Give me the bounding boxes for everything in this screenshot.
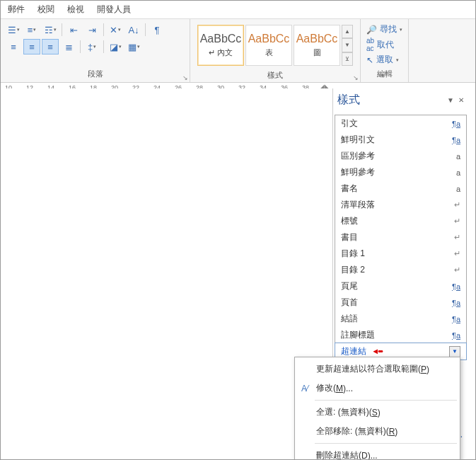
style-row[interactable]: 結語¶a: [335, 311, 466, 327]
style-row[interactable]: 標號↵: [335, 213, 466, 229]
increase-indent-icon[interactable]: ⇥: [83, 22, 100, 38]
find-button[interactable]: 🔎 尋找 ▾: [366, 23, 402, 35]
borders-icon[interactable]: ▦▾: [125, 39, 142, 54]
style-tile-figure[interactable]: AaBbCc 圖: [294, 25, 340, 66]
style-row[interactable]: 鮮明參考a: [335, 164, 466, 180]
ctx-modify[interactable]: A⁄ 修改(M)...: [295, 379, 460, 398]
styles-list: 引文¶a鮮明引文¶a區別參考a鮮明參考a書名a清單段落↵標號↵書目↵目錄 1↵目…: [335, 115, 467, 360]
bullets-icon[interactable]: ☰▾: [5, 22, 22, 38]
pilcrow-icon[interactable]: ¶: [149, 22, 166, 38]
modify-icon: A⁄: [299, 383, 310, 394]
style-gallery-scroll[interactable]: ▲ ▼ ⊻: [342, 25, 353, 66]
multilevel-icon[interactable]: ☶▾: [42, 22, 59, 38]
style-tile-table[interactable]: AaBbCc 表: [245, 25, 292, 66]
align-right-icon[interactable]: ≡: [42, 39, 59, 54]
sort-icon[interactable]: ✕▾: [107, 22, 124, 38]
ribbon-group-editing: 🔎 尋找 ▾ abac 取代 ↖ 選取 ▾ 編輯: [361, 19, 409, 82]
decrease-indent-icon[interactable]: ⇤: [65, 22, 82, 38]
style-row[interactable]: 清單段落↵: [335, 197, 466, 213]
red-arrow-annotation-icon: ◄•••: [371, 347, 381, 355]
style-row[interactable]: 頁尾¶a: [335, 278, 466, 294]
scroll-up-icon[interactable]: ▲: [342, 25, 353, 38]
replace-icon: abac: [366, 37, 374, 52]
cursor-icon: ↖: [366, 55, 373, 65]
justify-icon[interactable]: ≣: [60, 39, 77, 54]
ctx-update-to-match[interactable]: 更新超連結以符合選取範圍(P): [295, 360, 460, 379]
style-row-dropdown-icon[interactable]: ▼: [449, 346, 460, 357]
az-sort-icon[interactable]: A↓: [125, 22, 142, 38]
select-button[interactable]: ↖ 選取 ▾: [366, 54, 402, 66]
align-center-icon[interactable]: ≡: [23, 39, 40, 54]
ctx-remove-all[interactable]: 全部移除: (無資料)(R): [295, 422, 460, 441]
ribbon-group-paragraph: ☰▾ ≡▾ ☶▾ ⇤ ⇥ ✕▾ A↓ ¶ ≡ ≡ ≡ ≣ ‡▾ ◪▾: [1, 19, 190, 82]
editing-group-label: 編輯: [366, 67, 402, 81]
replace-button[interactable]: abac 取代: [366, 37, 402, 52]
menu-mail[interactable]: 郵件: [8, 4, 25, 16]
style-tile-body[interactable]: AaBbCc ↵ 內文: [197, 25, 244, 66]
styles-pane: 樣式 ▼ ✕ 引文¶a鮮明引文¶a區別參考a鮮明參考a書名a清單段落↵標號↵書目…: [332, 88, 468, 360]
line-spacing-icon[interactable]: ‡▾: [83, 39, 100, 54]
style-context-menu: 更新超連結以符合選取範圍(P) A⁄ 修改(M)... 全選: (無資料)(S)…: [294, 357, 460, 460]
binoculars-icon: 🔎: [366, 25, 377, 35]
style-row[interactable]: 註腳標題¶a: [335, 327, 466, 343]
ribbon: ☰▾ ≡▾ ☶▾ ⇤ ⇥ ✕▾ A↓ ¶ ≡ ≡ ≡ ≣ ‡▾ ◪▾: [1, 19, 475, 83]
menu-review[interactable]: 校閱: [37, 4, 54, 16]
style-row[interactable]: 引文¶a: [335, 115, 466, 132]
pane-close-icon[interactable]: ✕: [458, 96, 464, 104]
ribbon-group-styles: AaBbCc ↵ 內文 AaBbCc 表 AaBbCc 圖 ▲ ▼ ⊻ 樣式 ↘: [190, 19, 361, 82]
scroll-down-icon[interactable]: ▼: [342, 38, 353, 52]
menu-developer[interactable]: 開發人員: [97, 4, 131, 16]
paragraph-launcher-icon[interactable]: ↘: [182, 74, 188, 81]
style-row[interactable]: 書目↵: [335, 229, 466, 246]
style-row[interactable]: 目錄 1↵: [335, 246, 466, 262]
styles-pane-title: 樣式: [337, 93, 360, 108]
style-row[interactable]: 目錄 2↵: [335, 262, 466, 278]
style-row[interactable]: 書名a: [335, 180, 466, 197]
ctx-select-all[interactable]: 全選: (無資料)(S): [295, 403, 460, 422]
style-row[interactable]: 鮮明引文¶a: [335, 132, 466, 148]
styles-launcher-icon[interactable]: ↘: [353, 74, 359, 81]
styles-group-label: 樣式: [195, 69, 356, 82]
style-row[interactable]: 頁首¶a: [335, 294, 466, 311]
shading-icon[interactable]: ◪▾: [107, 39, 124, 54]
scroll-more-icon[interactable]: ⊻: [342, 52, 353, 66]
align-left-icon[interactable]: ≡: [5, 39, 22, 54]
ctx-delete[interactable]: 刪除超連結(D)...: [295, 446, 460, 460]
style-row[interactable]: 區別參考a: [335, 148, 466, 164]
pane-menu-icon[interactable]: ▼: [447, 96, 454, 104]
paragraph-group-label: 段落: [5, 67, 185, 81]
menu-view[interactable]: 檢視: [67, 4, 84, 16]
numbering-icon[interactable]: ≡▾: [23, 22, 40, 38]
menu-bar: 郵件 校閱 檢視 開發人員: [1, 1, 475, 19]
